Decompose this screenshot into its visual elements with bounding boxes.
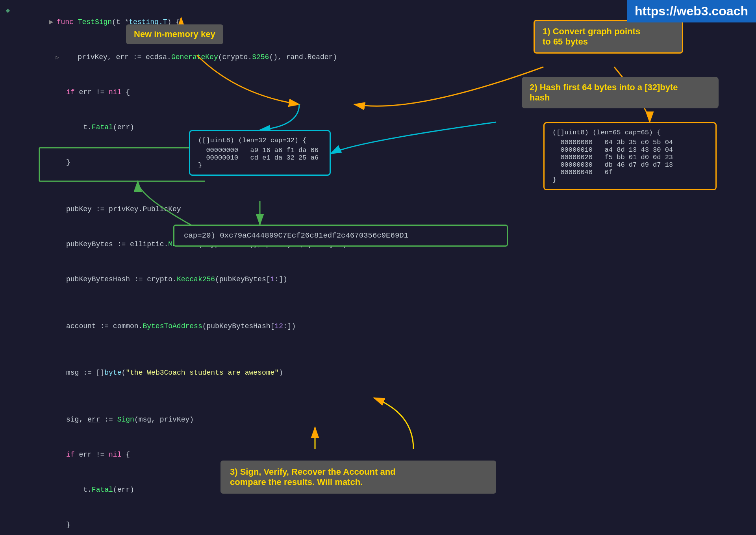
code-line-13: } — [24, 508, 748, 535]
code-editor: ◆ ▶func TestSign(t *testing.T) { ▷ privK… — [0, 0, 756, 535]
data-box-orange-line2: 00000010 a4 8d 13 43 30 04 — [552, 146, 708, 154]
tooltip-memory-key: New in-memory key — [126, 24, 223, 44]
go-icon: ◆ — [6, 6, 10, 15]
data-box-32-bytes: ([]uint8) (len=32 cap=32) { 00000000 a9 … — [189, 130, 331, 176]
tooltip-sign-verify: 3) Sign, Verify, Recover the Account and… — [220, 461, 496, 494]
tooltip-hash-64: 2) Hash first 64 bytes into a [32]byteha… — [522, 77, 719, 108]
code-line-blank2 — [24, 297, 748, 309]
data-box-blue-line1: 00000000 a9 16 a6 f1 da 06 — [198, 147, 322, 154]
tooltip-convert-graph: 1) Convert graph pointsto 65 bytes — [534, 20, 683, 54]
code-line-8: account := common.BytesToAddress(pubKeyB… — [24, 309, 748, 344]
code-line-10: sig, err := Sign(msg, privKey) — [24, 402, 748, 437]
data-box-orange-line5: 00000040 6f — [552, 169, 708, 176]
data-box-address: cap=20) 0xc79aC444899C7Ecf26c81edf2c4670… — [173, 225, 508, 247]
code-line-blank3 — [24, 344, 748, 356]
sidebar: ◆ — [0, 0, 16, 535]
data-box-blue-close: } — [198, 162, 322, 169]
data-box-orange-header: ([]uint8) (len=65 cap=65) { — [552, 129, 708, 136]
code-line-7: pubKeyBytesHash := crypto.Keccak256(pubK… — [24, 262, 748, 297]
branding-url: https://web3.coach — [627, 0, 756, 22]
code-line-blank4 — [24, 391, 748, 403]
data-box-65-bytes: ([]uint8) (len=65 cap=65) { 00000000 04 … — [543, 122, 717, 190]
code-line-9: msg := []byte("the Web3Coach students ar… — [24, 356, 748, 391]
data-box-orange-line1: 00000000 04 3b 35 c0 5b 04 — [552, 139, 708, 146]
data-box-orange-line4: 00000030 db 46 d7 d9 d7 13 — [552, 161, 708, 169]
data-box-orange-line3: 00000020 f5 bb 01 d0 0d 23 — [552, 154, 708, 161]
data-box-orange-close: } — [552, 176, 708, 184]
data-box-blue-header: ([]uint8) (len=32 cap=32) { — [198, 137, 322, 144]
code-line-5: pubKey := privKey.PublicKey — [24, 192, 748, 227]
data-box-blue-line2: 00000010 cd e1 da 32 25 a6 — [198, 154, 322, 162]
